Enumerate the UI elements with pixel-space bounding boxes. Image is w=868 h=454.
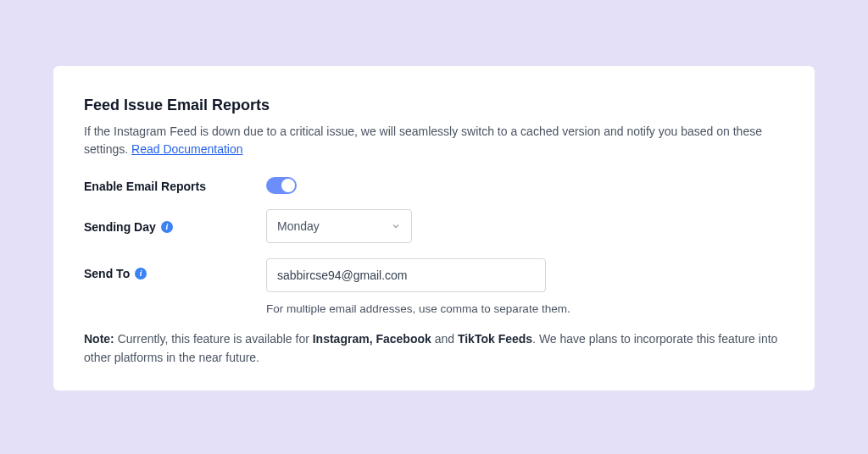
section-title: Feed Issue Email Reports <box>84 97 784 114</box>
enable-row: Enable Email Reports <box>84 177 784 194</box>
read-documentation-link[interactable]: Read Documentation <box>131 142 243 156</box>
send-to-value: sabbircse94@gmail.com <box>277 269 408 282</box>
enable-control <box>266 177 784 194</box>
enable-label: Enable Email Reports <box>84 178 266 193</box>
info-icon[interactable]: i <box>161 221 173 233</box>
settings-card: Feed Issue Email Reports If the Instagra… <box>53 66 815 390</box>
note-bold1: Instagram, Facebook <box>313 332 431 346</box>
send-to-label: Send To <box>84 267 130 280</box>
sending-day-value: Monday <box>277 219 320 233</box>
sending-day-label-col: Sending Day i <box>84 219 266 234</box>
toggle-knob <box>281 179 295 192</box>
note-prefix: Note: <box>84 332 114 346</box>
send-to-control: sabbircse94@gmail.com For multiple email… <box>266 258 784 315</box>
note-between: and <box>431 332 458 346</box>
note-bold2: TikTok Feeds <box>458 332 532 346</box>
info-icon[interactable]: i <box>135 268 147 280</box>
section-description: If the Instagram Feed is down due to a c… <box>84 123 784 158</box>
enable-toggle[interactable] <box>266 177 297 194</box>
chevron-down-icon <box>391 221 401 231</box>
send-to-label-col: Send To i <box>84 258 266 280</box>
sending-day-row: Sending Day i Monday <box>84 209 784 243</box>
send-to-helper: For multiple email addresses, use comma … <box>266 302 784 315</box>
note-text: Note: Currently, this feature is availab… <box>84 330 784 367</box>
send-to-row: Send To i sabbircse94@gmail.com For mult… <box>84 258 784 315</box>
note-part1: Currently, this feature is available for <box>114 332 313 346</box>
sending-day-select[interactable]: Monday <box>266 209 412 243</box>
sending-day-control: Monday <box>266 209 784 243</box>
sending-day-label: Sending Day <box>84 220 156 234</box>
send-to-input[interactable]: sabbircse94@gmail.com <box>266 258 546 292</box>
